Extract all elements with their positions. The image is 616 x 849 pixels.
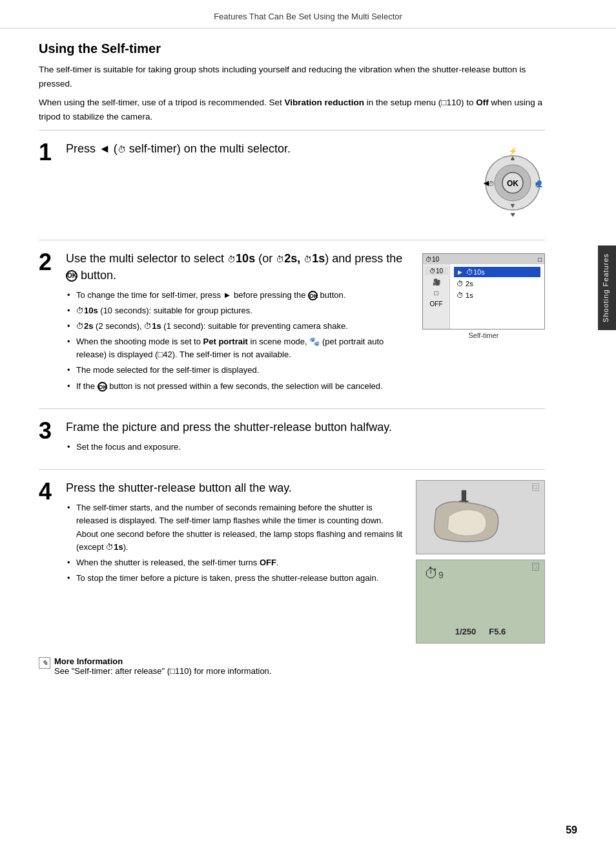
bullet-4-2: When the shutter is released, the self-t… bbox=[66, 556, 406, 569]
menu-icon-1: ⏱10 bbox=[425, 267, 448, 275]
step-3-bullets: Set the focus and exposure. bbox=[66, 441, 545, 454]
menu-left-icons: ⏱10 🎥 □ OFF bbox=[423, 264, 450, 329]
menu-option-selected: ► ⏱10s bbox=[454, 267, 540, 277]
lcd-corner-indicator: □ bbox=[532, 563, 539, 571]
step-4-bullets: The self-timer starts, and the number of… bbox=[66, 501, 406, 585]
step-2-number: 2 bbox=[39, 251, 58, 274]
step-2-header: 2 Use the multi selector to select ⏱10s … bbox=[39, 251, 412, 395]
menu-top-bar: ⏱10 □ bbox=[423, 254, 544, 264]
svg-text:▼: ▼ bbox=[509, 202, 517, 209]
menu-option-3: ⏱ 1s bbox=[454, 290, 540, 300]
menu-body: ⏱10 🎥 □ OFF ► ⏱10s bbox=[423, 264, 544, 329]
step-4-number: 4 bbox=[39, 480, 58, 503]
step-1-number: 1 bbox=[39, 141, 58, 164]
bullet-4-3: To stop the timer before a picture is ta… bbox=[66, 572, 406, 585]
step-1-title: Press ◄ (⏱ self-timer) on the multi sele… bbox=[66, 141, 418, 157]
intro-para-2: When using the self-timer, use of a trip… bbox=[39, 96, 545, 123]
step-3-content: Frame the picture and press the shutter-… bbox=[66, 419, 545, 456]
aperture: F5.6 bbox=[489, 627, 506, 636]
more-info-content: More Information See "Self-timer: after … bbox=[54, 656, 271, 676]
main-content: Using the Self-timer The self-timer is s… bbox=[0, 28, 616, 689]
self-timer-menu: ⏱10 □ ⏱10 🎥 □ OFF bbox=[422, 253, 545, 330]
camera-lcd-screen: ⏱9 1/250 F5.6 □ bbox=[416, 560, 545, 644]
page-number: 59 bbox=[566, 824, 577, 836]
svg-text:⏱: ⏱ bbox=[488, 180, 495, 187]
step-1-header: 1 Press ◄ (⏱ self-timer) on the multi se… bbox=[39, 141, 418, 164]
more-info-title: More Information bbox=[54, 656, 271, 666]
bullet-2-4: When the shooting mode is set to Pet por… bbox=[66, 335, 412, 361]
step-1-block: 1 Press ◄ (⏱ self-timer) on the multi se… bbox=[39, 130, 545, 233]
exposure-info: 1/250 F5.6 bbox=[455, 627, 506, 636]
svg-text:OK: OK bbox=[507, 179, 518, 188]
step-2-bullets: To change the time for self-timer, press… bbox=[66, 289, 412, 393]
bullet-4-1: The self-timer starts, and the number of… bbox=[66, 501, 406, 554]
more-info-section: ✎ More Information See "Self-timer: afte… bbox=[39, 656, 545, 676]
step-4-images: ⬇ □ ⏱9 bbox=[416, 480, 545, 644]
step-4-title: Press the shutter-release button all the… bbox=[66, 480, 406, 496]
section-title: Using the Self-timer bbox=[39, 41, 545, 56]
shutter-speed: 1/250 bbox=[455, 627, 477, 636]
step-4-content: Press the shutter-release button all the… bbox=[66, 480, 406, 587]
menu-icon-4: OFF bbox=[425, 300, 448, 308]
bullet-2-5: The mode selected for the self-timer is … bbox=[66, 364, 412, 377]
step-2-block: 2 Use the multi selector to select ⏱10s … bbox=[39, 240, 545, 401]
step-2-menu-image: ⏱10 □ ⏱10 🎥 □ OFF bbox=[422, 253, 545, 339]
camera-shutter-image: ⬇ □ bbox=[416, 480, 545, 554]
step-4-layout: 4 Press the shutter-release button all t… bbox=[39, 480, 545, 644]
step-2-title: Use the multi selector to select ⏱10s (o… bbox=[66, 251, 412, 283]
menu-right-options: ► ⏱10s ⏱ 2s ⏱ 1s bbox=[450, 264, 544, 329]
top-corner-indicator: □ bbox=[532, 483, 539, 491]
timer-symbol: ⏱9 bbox=[424, 565, 444, 582]
step-4-block: 4 Press the shutter-release button all t… bbox=[39, 469, 545, 650]
svg-text:♥: ♥ bbox=[510, 210, 515, 219]
svg-text:⚡: ⚡ bbox=[508, 146, 518, 156]
step-3-block: 3 Frame the picture and press the shutte… bbox=[39, 408, 545, 463]
step-4-left: 4 Press the shutter-release button all t… bbox=[39, 480, 406, 587]
step-2-layout: 2 Use the multi selector to select ⏱10s … bbox=[39, 251, 545, 395]
menu-icon-3: □ bbox=[425, 289, 448, 297]
step-3-number: 3 bbox=[39, 419, 58, 443]
step-2-left: 2 Use the multi selector to select ⏱10s … bbox=[39, 251, 412, 395]
menu-option-2: ⏱ 2s bbox=[454, 278, 540, 289]
page-container: Features That Can Be Set Using the Multi… bbox=[0, 0, 616, 849]
more-info-text: See "Self-timer: after release" (□110) f… bbox=[54, 666, 271, 676]
shutter-finger-svg bbox=[429, 497, 507, 549]
multi-selector-svg: OK ▲ ▼ ◄ ► ⏱ ⚡ ♥ bbox=[429, 141, 545, 225]
step-3-title: Frame the picture and press the shutter-… bbox=[66, 419, 545, 435]
menu-icon-2: 🎥 bbox=[425, 278, 448, 286]
bullet-2-1: To change the time for self-timer, press… bbox=[66, 289, 412, 302]
intro-para-1: The self-timer is suitable for taking gr… bbox=[39, 63, 545, 90]
step-1-row: 1 Press ◄ (⏱ self-timer) on the multi se… bbox=[39, 141, 545, 227]
bullet-2-2: ⏱10s (10 seconds): suitable for group pi… bbox=[66, 304, 412, 317]
step-4-header: 4 Press the shutter-release button all t… bbox=[39, 480, 406, 587]
step-3-header: 3 Frame the picture and press the shutte… bbox=[39, 419, 545, 456]
svg-text:👤: 👤 bbox=[535, 180, 544, 188]
bullet-3-1: Set the focus and exposure. bbox=[66, 441, 545, 454]
bullet-2-3: ⏱2s (2 seconds), ⏱1s (1 second): suitabl… bbox=[66, 320, 412, 333]
step-1-content: Press ◄ (⏱ self-timer) on the multi sele… bbox=[66, 141, 418, 162]
step-2-content: Use the multi selector to select ⏱10s (o… bbox=[66, 251, 412, 395]
step-1-image: OK ▲ ▼ ◄ ► ⏱ ⚡ ♥ bbox=[429, 141, 545, 227]
menu-caption: Self-timer bbox=[422, 331, 545, 339]
more-info-icon: ✎ bbox=[39, 657, 50, 669]
header-title: Features That Can Be Set Using the Multi… bbox=[214, 12, 402, 21]
page-header: Features That Can Be Set Using the Multi… bbox=[0, 0, 616, 28]
bullet-2-6: If the OK button is not pressed within a… bbox=[66, 380, 412, 393]
side-tab: Shooting Features bbox=[598, 246, 616, 330]
